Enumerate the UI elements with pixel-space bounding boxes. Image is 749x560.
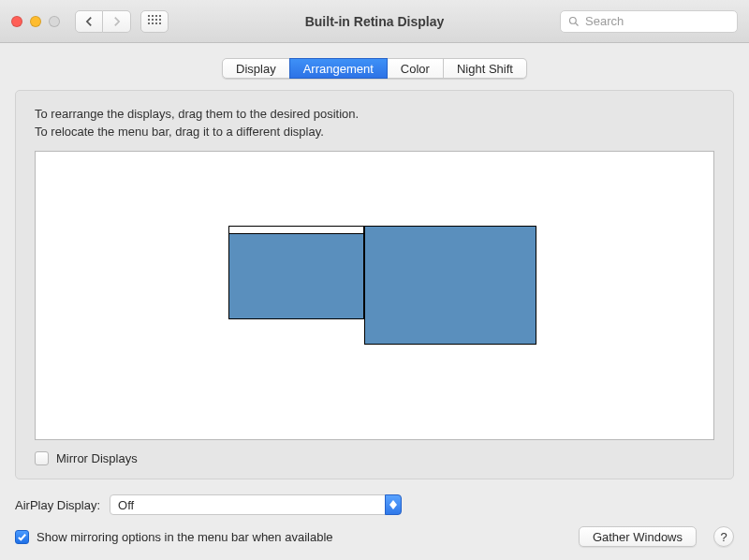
tab-arrangement[interactable]: Arrangement [289, 58, 388, 79]
search-field[interactable] [560, 10, 738, 33]
display-secondary[interactable] [364, 226, 536, 345]
display-primary[interactable] [228, 226, 364, 319]
search-icon [568, 16, 580, 27]
close-icon[interactable] [11, 16, 22, 27]
instructions-line-1: To rearrange the displays, drag them to … [35, 106, 714, 124]
prefpane-body: Display Arrangement Color Night Shift To… [0, 43, 749, 560]
minimize-icon[interactable] [30, 16, 41, 27]
menubar-handle[interactable] [229, 227, 363, 234]
gather-windows-button[interactable]: Gather Windows [579, 526, 697, 547]
airplay-selected-value: Off [118, 498, 134, 512]
display-arrangement-canvas[interactable] [35, 151, 714, 440]
tab-display[interactable]: Display [222, 58, 290, 79]
grid-icon [148, 15, 161, 28]
show-mirroring-checkbox[interactable] [15, 530, 29, 544]
svg-line-1 [576, 22, 579, 25]
instructions: To rearrange the displays, drag them to … [35, 106, 714, 141]
svg-point-0 [570, 17, 577, 23]
search-input[interactable] [585, 14, 729, 28]
tab-color[interactable]: Color [388, 58, 444, 79]
airplay-select[interactable]: Off [110, 494, 402, 515]
airplay-row: AirPlay Display: Off [15, 494, 734, 515]
instructions-line-2: To relocate the menu bar, drag it to a d… [35, 124, 714, 141]
tab-bar: Display Arrangement Color Night Shift [222, 58, 527, 79]
chevron-right-icon [112, 16, 121, 27]
airplay-label: AirPlay Display: [15, 498, 100, 512]
chevron-left-icon [85, 16, 94, 27]
tab-night-shift[interactable]: Night Shift [444, 58, 527, 79]
show-all-button[interactable] [140, 10, 169, 33]
mirror-displays-checkbox[interactable] [35, 451, 49, 465]
arrangement-card: To rearrange the displays, drag them to … [15, 90, 734, 479]
mirror-displays-row: Mirror Displays [35, 451, 714, 465]
bottom-row: Show mirroring options in the menu bar w… [15, 526, 734, 547]
window-controls [11, 16, 60, 27]
show-mirroring-label: Show mirroring options in the menu bar w… [37, 530, 333, 544]
maximize-icon[interactable] [49, 16, 60, 27]
help-button[interactable]: ? [713, 526, 734, 547]
select-stepper-icon [385, 494, 402, 515]
nav-buttons [75, 10, 131, 33]
back-button[interactable] [75, 10, 103, 33]
titlebar: Built-in Retina Display [0, 0, 749, 43]
mirror-displays-label: Mirror Displays [56, 451, 138, 465]
forward-button[interactable] [103, 10, 131, 33]
